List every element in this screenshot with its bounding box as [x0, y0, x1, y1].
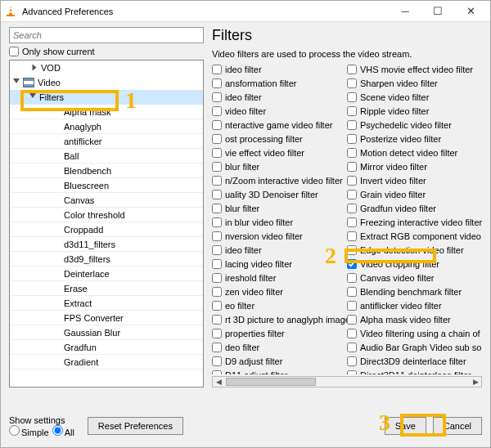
show-settings-label: Show settings	[9, 415, 74, 425]
filter-checkbox[interactable]: eo filter	[212, 298, 347, 312]
tree-item[interactable]: antiflicker	[10, 134, 203, 149]
filter-checkbox[interactable]: deo filter	[212, 340, 347, 354]
filter-checkbox[interactable]: Sharpen video filter	[347, 76, 482, 90]
filter-checkbox[interactable]: Direct3D9 deinterlace filter	[347, 354, 482, 368]
filter-checkbox[interactable]: Scene video filter	[347, 90, 482, 104]
filter-checkbox[interactable]: Edge detection video filter	[347, 243, 482, 257]
tree-item[interactable]: Extract	[10, 296, 203, 311]
tree-item[interactable]: Gradfun	[10, 340, 203, 355]
reset-preferences-button[interactable]: Reset Preferences	[88, 417, 183, 435]
filter-checkbox[interactable]: ost processing filter	[212, 132, 347, 146]
filter-checkbox[interactable]: ideo filter	[212, 243, 347, 257]
preferences-tree[interactable]: VOD Video Filters Alpha maskAnaglyphanti…	[9, 60, 204, 388]
filter-checkbox[interactable]: Grain video filter	[347, 187, 482, 201]
svg-rect-2	[7, 15, 15, 16]
filter-checkbox[interactable]: ideo filter	[212, 62, 347, 76]
filter-checkbox[interactable]: ideo filter	[212, 90, 347, 104]
close-button[interactable]: ✕	[454, 1, 487, 22]
filter-checkbox[interactable]: VHS movie effect video filter	[347, 62, 482, 76]
tree-item[interactable]: Alpha mask	[10, 105, 203, 119]
tree-item[interactable]: Gradient	[10, 355, 203, 370]
filter-checkbox[interactable]: Mirror video filter	[347, 159, 482, 173]
vlc-icon	[4, 5, 17, 18]
filter-checkbox[interactable]: nteractive game video filter	[212, 118, 347, 132]
tree-item[interactable]: Color threshold	[10, 208, 203, 222]
tree-item[interactable]: Croppadd	[10, 222, 203, 237]
tree-item[interactable]: d3d11_filters	[10, 237, 203, 252]
radio-simple[interactable]: Simple	[9, 425, 49, 437]
filter-checkbox[interactable]: video filter	[212, 104, 347, 118]
filter-checkbox[interactable]: n/Zoom interactive video filter	[212, 173, 347, 187]
filter-checkbox[interactable]: Canvas video filter	[347, 271, 482, 284]
tree-item[interactable]: Ball	[10, 149, 203, 164]
filter-checkbox[interactable]: Video filtering using a chain of video f…	[347, 326, 482, 340]
svg-rect-1	[9, 11, 12, 13]
minimize-button[interactable]: ─	[389, 1, 421, 22]
tree-item[interactable]: Anaglyph	[10, 119, 203, 134]
cancel-button[interactable]: Cancel	[433, 417, 482, 435]
tree-item-filters[interactable]: Filters	[10, 90, 203, 105]
search-input[interactable]	[9, 27, 204, 43]
filter-checkbox[interactable]: Motion detect video filter	[347, 146, 482, 159]
filter-checkbox[interactable]: nversion video filter	[212, 229, 347, 243]
page-title: Filters	[212, 27, 482, 44]
filters-list: ideo filteransformation filterideo filte…	[212, 62, 482, 374]
scroll-left-arrow[interactable]: ◀	[213, 377, 224, 387]
tree-item[interactable]: Canvas	[10, 193, 203, 208]
filter-checkbox[interactable]: lacing video filter	[212, 257, 347, 271]
scroll-thumb[interactable]	[226, 378, 316, 386]
filter-checkbox[interactable]: Alpha mask video filter	[347, 312, 482, 326]
filter-checkbox[interactable]: blur filter	[212, 201, 347, 215]
maximize-button[interactable]: ☐	[421, 1, 454, 22]
filter-checkbox[interactable]: zen video filter	[212, 284, 347, 298]
horizontal-scrollbar[interactable]: ◀ ▶	[212, 376, 482, 388]
filter-checkbox[interactable]: Invert video filter	[347, 173, 482, 187]
filter-checkbox[interactable]: antiflicker video filter	[347, 298, 482, 312]
filter-checkbox[interactable]: vie effect video filter	[212, 146, 347, 159]
filter-checkbox[interactable]: Audio Bar Graph Video sub source	[347, 340, 482, 354]
window-title: Advanced Preferences	[22, 7, 113, 16]
tree-item[interactable]: d3d9_filters	[10, 252, 203, 267]
save-button[interactable]: Save	[385, 417, 426, 435]
radio-all[interactable]: All	[52, 425, 74, 437]
tree-item-video[interactable]: Video	[10, 75, 203, 90]
filter-checkbox[interactable]: Posterize video filter	[347, 132, 482, 146]
film-icon	[23, 78, 34, 87]
tree-item[interactable]: Blendbench	[10, 164, 203, 178]
filter-checkbox[interactable]: Extract RGB component video filter	[347, 229, 482, 243]
filter-checkbox[interactable]: Psychedelic video filter	[347, 118, 482, 132]
filter-checkbox[interactable]: ansformation filter	[212, 76, 347, 90]
scroll-right-arrow[interactable]: ▶	[470, 377, 481, 387]
filter-checkbox[interactable]: Gradfun video filter	[347, 201, 482, 215]
tree-item[interactable]: Deinterlace	[10, 267, 203, 281]
tree-item[interactable]: Gaussian Blur	[10, 325, 203, 340]
tree-item[interactable]: Bluescreen	[10, 178, 203, 193]
filter-checkbox[interactable]: rt 3D picture to anaglyph image video fi…	[212, 312, 347, 326]
filter-checkbox[interactable]: uality 3D Denoiser filter	[212, 187, 347, 201]
filter-checkbox[interactable]: Blending benchmark filter	[347, 284, 482, 298]
filter-checkbox[interactable]: in blur video filter	[212, 215, 347, 229]
filter-checkbox[interactable]: Direct3D11 deinterlace filter	[347, 368, 482, 374]
filter-checkbox[interactable]: D9 adjust filter	[212, 354, 347, 368]
tree-item[interactable]: FPS Converter	[10, 311, 203, 325]
titlebar: Advanced Preferences ─ ☐ ✕	[1, 1, 490, 22]
filter-checkbox[interactable]: blur filter	[212, 159, 347, 173]
tree-item[interactable]: Erase	[10, 281, 203, 296]
filter-checkbox[interactable]: Freezing interactive video filter	[347, 215, 482, 229]
filter-checkbox[interactable]: Ripple video filter	[347, 104, 482, 118]
filter-checkbox[interactable]: Video cropping filter	[347, 257, 482, 271]
filter-checkbox[interactable]: D11 adjust filter	[212, 368, 347, 374]
page-description: Video filters are used to process the vi…	[212, 49, 482, 59]
svg-rect-0	[10, 8, 12, 10]
only-show-current-checkbox[interactable]: Only show current	[9, 47, 204, 56]
filter-checkbox[interactable]: properties filter	[212, 326, 347, 340]
filter-checkbox[interactable]: ireshold filter	[212, 271, 347, 284]
tree-item-vod[interactable]: VOD	[10, 60, 203, 75]
bottom-bar: Show settings Simple All Reset Preferenc…	[1, 405, 490, 447]
